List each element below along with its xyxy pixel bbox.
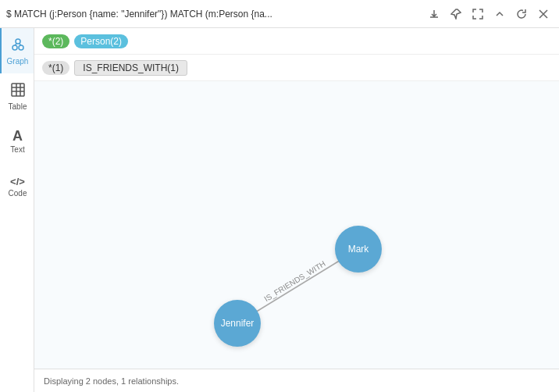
close-icon[interactable]	[534, 5, 553, 23]
rel-count-tag: *(1)	[42, 61, 69, 75]
text-icon: A	[12, 129, 23, 143]
node-jennifer[interactable]: Jennifer	[214, 300, 261, 347]
download-icon[interactable]	[425, 5, 443, 23]
expand-icon[interactable]	[468, 5, 487, 23]
svg-point-1	[19, 45, 23, 50]
sidebar: Graph Table A Text </> Code	[0, 28, 34, 392]
query-text: $ MATCH (j:Person {name: "Jennifer"}) MA…	[6, 9, 425, 20]
sidebar-item-graph[interactable]: Graph	[0, 28, 34, 73]
sidebar-table-label: Table	[9, 102, 27, 111]
svg-text:IS_FRIENDS_WITH: IS_FRIENDS_WITH	[262, 259, 326, 303]
nodes-count-tag: *(2)	[42, 34, 69, 48]
rel-type-tag: IS_FRIENDS_WITH(1)	[74, 60, 187, 76]
refresh-icon[interactable]	[512, 5, 531, 23]
content-area: *(2) Person(2) *(1) IS_FRIENDS_WITH(1) I…	[34, 28, 559, 392]
svg-rect-5	[12, 84, 24, 96]
footer-text: Displaying 2 nodes, 1 relationships.	[44, 376, 179, 386]
svg-point-0	[12, 45, 17, 50]
up-icon[interactable]	[490, 5, 509, 23]
tag-row-1: *(2) Person(2)	[34, 28, 559, 55]
sidebar-item-code[interactable]: </> Code	[0, 164, 34, 209]
svg-line-3	[15, 43, 17, 45]
sidebar-graph-label: Graph	[7, 57, 29, 66]
table-icon	[10, 82, 26, 100]
svg-line-4	[19, 43, 21, 45]
pin-icon[interactable]	[447, 5, 465, 23]
sidebar-item-table[interactable]: Table	[0, 73, 34, 119]
sidebar-item-text[interactable]: A Text	[0, 119, 34, 164]
graph-icon	[10, 37, 26, 55]
graph-canvas[interactable]: IS_FRIENDS_WITH JenniferMark	[34, 81, 559, 369]
main-area: Graph Table A Text </> Code	[0, 28, 559, 392]
header-bar: $ MATCH (j:Person {name: "Jennifer"}) MA…	[0, 0, 559, 28]
header-icon-group	[425, 5, 553, 23]
sidebar-text-label: Text	[10, 145, 24, 154]
tag-row-2: *(1) IS_FRIENDS_WITH(1)	[34, 55, 559, 81]
code-icon: </>	[10, 176, 25, 187]
person-count-tag: Person(2)	[74, 34, 128, 48]
graph-svg: IS_FRIENDS_WITH	[34, 81, 559, 369]
node-mark[interactable]: Mark	[335, 226, 382, 273]
footer-bar: Displaying 2 nodes, 1 relationships.	[34, 369, 559, 392]
sidebar-code-label: Code	[9, 189, 27, 198]
